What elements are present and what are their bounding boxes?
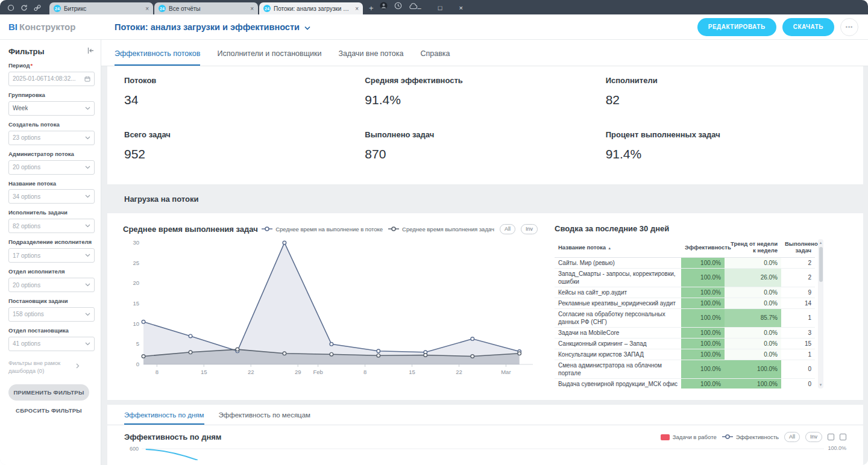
flow-name-cell: Консультации юристов ЗАПАД [555, 349, 681, 360]
scrollbar-thumb[interactable] [819, 247, 823, 282]
zoom-reset-icon[interactable] [840, 434, 846, 440]
kpi-card: Потоков34 [124, 76, 365, 128]
filter-field: Подразделение исполнителя17 options [8, 239, 95, 263]
filter-select[interactable]: 34 options [8, 189, 95, 204]
table-row[interactable]: Санкционный скрининг – Запад100.0%0.0%15 [555, 338, 815, 349]
scroll-up-icon[interactable]: ▲ [818, 240, 823, 246]
reset-filters-button[interactable]: СБРОСИТЬ ФИЛЬТРЫ [8, 407, 89, 414]
sort-asc-icon[interactable]: ▲ [608, 246, 611, 250]
avg-time-line-chart[interactable]: 0510152025308152229Feb81522Mar [123, 237, 538, 382]
legend-item[interactable]: Среднее время выполнения задач [388, 226, 494, 233]
table-row[interactable]: Смена администратора на облачном портале… [555, 360, 815, 378]
filter-select[interactable]: 17 options [8, 248, 95, 263]
table-row[interactable]: Сайты. Мир (ревью)100.0%0.0%2 [555, 257, 815, 268]
browser-tab-strip: 24Битрикс×24Все отчёты×24Потоки: анализ … [49, 2, 364, 14]
tab-close-icon[interactable]: × [145, 5, 149, 12]
efficiency-by-day-title: Эффективность по дням [124, 432, 221, 442]
dashboard-title-text: Потоки: анализ загрузки и эффективности [115, 22, 300, 32]
efficiency-subtab[interactable]: Эффективность по дням [124, 411, 204, 425]
report-tab[interactable]: Исполнители и постановщики [217, 49, 321, 66]
refresh-icon[interactable] [19, 3, 28, 12]
table-row[interactable]: Согласие на обработку персональных данны… [555, 308, 815, 327]
browser-tab[interactable]: 24Потоки: анализ загрузки и эф× [259, 2, 363, 14]
history-clock-icon[interactable] [394, 1, 402, 12]
table-scrollbar[interactable]: ▲ ▼ [818, 239, 823, 389]
trend-cell: 0.0% [725, 287, 781, 298]
kpi-card: Процент выполненных задач91.4% [606, 130, 846, 182]
zoom-select-icon[interactable] [828, 434, 834, 440]
filter-field: Постановщик задачи158 options [8, 298, 95, 322]
new-tab-button[interactable]: + [369, 4, 374, 13]
browser-tab[interactable]: 24Все отчёты× [154, 2, 258, 14]
scroll-down-icon[interactable]: ▼ [818, 382, 823, 388]
done-count-cell: 14 [781, 298, 815, 308]
calendar-icon [84, 76, 90, 82]
efficiency-chart-legend: Задачи в работеЭффективностьAllInv [661, 432, 846, 442]
legend-item[interactable]: Эффективность [722, 434, 779, 441]
legend-line-marker [262, 226, 272, 233]
table-row[interactable]: Выдача сувенирной продукции_МСК офис100.… [555, 378, 815, 389]
filters-outside-link[interactable]: Фильтры вне рамок дашборда (0) [8, 360, 95, 375]
chevron-down-icon [85, 195, 90, 198]
tab-close-icon[interactable]: × [355, 5, 359, 12]
filter-select[interactable]: 20 options [8, 278, 95, 292]
edit-button[interactable]: РЕДАКТИРОВАТЬ [697, 18, 776, 36]
link-icon[interactable] [33, 3, 42, 12]
filter-select[interactable]: 41 options [8, 337, 95, 351]
legend-all-button[interactable]: All [784, 432, 800, 442]
report-tab[interactable]: Задачи вне потока [338, 49, 403, 66]
chevron-right-icon [76, 363, 80, 371]
efficiency-section: Эффективность по днямЭффективность по ме… [107, 405, 863, 465]
collapse-panel-icon[interactable] [87, 46, 95, 57]
bi-constructor-logo[interactable]: BIКонструктор [0, 22, 101, 32]
cloud-icon[interactable] [409, 1, 418, 12]
download-button[interactable]: СКАЧАТЬ [782, 18, 834, 36]
load-charts-card: Среднее время выполнения задач Среднее в… [107, 213, 863, 400]
filter-select[interactable]: 82 options [8, 219, 95, 233]
chevron-down-icon [85, 342, 90, 346]
browser-tab[interactable]: 24Битрикс× [49, 2, 153, 14]
done-count-cell: 2 [781, 257, 815, 268]
flow-name-cell: Смена администратора на облачном портале [555, 360, 681, 378]
more-options-button[interactable]: ••• [840, 18, 858, 36]
table-row[interactable]: Запад_Смарты - запросы, корректировки, о… [555, 268, 815, 287]
kpi-label: Средняя эффективность [365, 76, 605, 85]
table-row[interactable]: Рекламные креативы_юридический аудит100.… [555, 298, 815, 308]
column-header[interactable]: Выполнено задач [781, 239, 815, 257]
table-row[interactable]: Задачи на MobileCore100.0%0.0%3 [555, 327, 815, 338]
efficiency-by-day-chart[interactable] [142, 445, 824, 460]
legend-all-button[interactable]: All [500, 224, 515, 234]
table-row[interactable]: Консультации юристов ЗАПАД100.0%0.0%1 [555, 349, 815, 360]
legend-item[interactable]: Среднее время на выполнение в потоке [262, 226, 383, 233]
logo-name-text: Конструктор [19, 22, 75, 32]
profile-avatar-icon[interactable] [380, 1, 388, 12]
apply-filters-button[interactable]: ПРИМЕНИТЬ ФИЛЬТРЫ [8, 384, 89, 401]
legend-inv-button[interactable]: Inv [521, 224, 538, 234]
browser-menu-icon[interactable] [6, 3, 15, 12]
filter-select[interactable]: 23 options [8, 131, 95, 145]
legend-inv-button[interactable]: Inv [805, 432, 822, 442]
filter-label: Отдел исполнителя [8, 268, 95, 275]
filter-select[interactable]: Week [8, 101, 95, 116]
tab-close-icon[interactable]: × [250, 5, 254, 12]
maximize-button[interactable]: □ [438, 4, 442, 11]
chevron-down-icon [304, 22, 310, 32]
filter-select[interactable]: 158 options [8, 307, 95, 322]
minimize-button[interactable]: – [418, 4, 421, 11]
period-date-input[interactable]: 2025-01-06T14:08:32... [8, 72, 95, 86]
report-tab[interactable]: Эффективность потоков [115, 49, 200, 66]
dashboard-title[interactable]: Потоки: анализ загрузки и эффективности [115, 22, 310, 32]
browser-extension-icons [380, 1, 418, 12]
efficiency-subtabs: Эффективность по днямЭффективность по ме… [107, 405, 863, 425]
table-row[interactable]: Кейсы на сайт_юр.аудит100.0%0.0%9 [555, 287, 815, 298]
column-header[interactable]: Эффективность [681, 239, 725, 257]
filter-select[interactable]: 20 options [8, 160, 95, 175]
flow-name-cell: Кейсы на сайт_юр.аудит [555, 287, 681, 298]
filter-field: Отдел исполнителя20 options [8, 268, 95, 292]
report-tab[interactable]: Справка [420, 49, 450, 66]
column-header[interactable]: Тренд от недели к неделе [725, 239, 781, 257]
legend-item[interactable]: Задачи в работе [661, 434, 717, 440]
efficiency-subtab[interactable]: Эффективность по месяцам [219, 411, 310, 425]
column-header[interactable]: Название потока▲ [555, 239, 681, 257]
close-window-button[interactable]: × [459, 4, 462, 11]
